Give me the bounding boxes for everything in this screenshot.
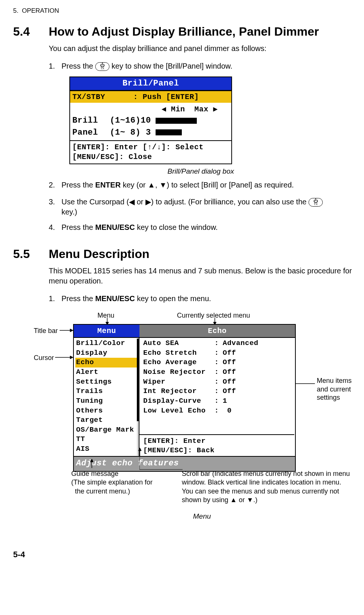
callout-line-icon — [139, 456, 183, 471]
power-tx-key-icon: ⏻TX — [95, 62, 109, 71]
menu-left-item: TT — [75, 435, 137, 444]
menu-item-label: Int Rejector — [143, 387, 214, 396]
section-5-4-title: How to Adjust Display Brilliance, Panel … — [49, 25, 319, 38]
running-head: 5. OPERATION — [13, 7, 353, 15]
step-marker: 3. — [49, 197, 55, 207]
menu-title-right: Echo — [139, 325, 295, 337]
brill-bar-icon — [156, 118, 197, 124]
menu-figure: Menu Currently selected menu Title bar C… — [32, 309, 354, 538]
section-5-4-number: 5.4 — [13, 24, 49, 40]
menu-item-value: 1 — [223, 396, 294, 406]
menu-right-row: Low Level Echo: 0 — [143, 406, 294, 416]
menu-item-value: Off — [223, 368, 294, 377]
arrow-right-icon — [60, 328, 73, 332]
step-bold: MENU/ESC — [95, 294, 135, 303]
menu-hint: [ENTER]: Enter — [143, 436, 294, 446]
brill-panel-footer: [ENTER]: Enter [↑/↓]: Select [MENU/ESC]:… — [70, 140, 231, 164]
brill-range: (1~16)10 — [110, 115, 155, 126]
section-5-4-intro: You can adjust the display brilliance an… — [49, 44, 353, 54]
panel-row: Panel (1~ 8) 3 — [72, 127, 229, 138]
step-marker: 2. — [49, 180, 55, 190]
colon: : — [214, 339, 223, 348]
power-tx-key-icon: ⏻TX — [309, 198, 323, 207]
menu-right-row: Echo Stretch:Off — [143, 348, 294, 358]
step-5-4-4: 4. Press the MENU/ESC key to close the w… — [49, 222, 353, 232]
menu-left-item: Brill/Color — [75, 339, 137, 348]
step-text: Press the — [61, 294, 95, 303]
menu-item-label: Noise Rejector — [143, 368, 214, 377]
menu-left-item: Alert Settings — [75, 368, 137, 387]
step-marker: 1. — [49, 294, 55, 304]
arrow-right-icon — [55, 356, 73, 359]
menu-left-pane: Brill/ColorDisplayEchoAlert SettingsTrai… — [74, 338, 139, 456]
colon: : — [214, 377, 223, 387]
footer-line: [ENTER]: Enter [↑/↓]: Select — [72, 142, 229, 152]
section-5-4-heading: 5.4How to Adjust Display Brilliance, Pan… — [13, 24, 353, 40]
step-text: Use the Cursorpad (◀ or ▶) to adjust. (F… — [61, 198, 309, 206]
divider — [139, 434, 294, 435]
step-text: Press the — [61, 181, 95, 189]
menu-hint: [MENU/ESC]: Back — [143, 446, 294, 455]
menu-left-item: Trails — [75, 387, 137, 396]
step-5-4-3: 3. Use the Cursorpad (◀ or ▶) to adjust.… — [49, 197, 353, 217]
menu-left-item: OS/Barge Mark — [75, 425, 137, 435]
ann-guide-message-label: Guide message (The simple explanation fo… — [71, 470, 169, 496]
menu-item-label: Echo Stretch — [143, 348, 214, 358]
menu-item-value: Off — [223, 377, 294, 387]
arrow-up-icon — [90, 459, 94, 468]
menu-right-pane: Auto SEA:AdvancedEcho Stretch:OffEcho Av… — [139, 338, 295, 456]
ann-cursor-label: Cursor — [34, 353, 54, 362]
step-text: key to close the window. — [135, 223, 218, 231]
svg-marker-7 — [70, 356, 73, 359]
ann-title-bar-label: Title bar — [34, 326, 58, 335]
menu-left-item: Echo — [75, 358, 137, 368]
colon: : — [214, 368, 223, 377]
menu-figure-caption: Menu — [193, 512, 211, 521]
svg-marker-5 — [70, 329, 73, 332]
colon: : — [214, 348, 223, 358]
brill-panel-title: Brill/Panel — [70, 77, 231, 91]
page-number: 5-4 — [13, 549, 353, 560]
menu-right-row: Noise Rejector:Off — [143, 368, 294, 377]
brill-panel-figure: Brill/Panel TX/STBY : Push [ENTER] ◀ Min… — [69, 76, 353, 164]
arrow-up-icon — [138, 448, 142, 457]
brill-row: Brill (1~16)10 — [72, 115, 229, 126]
svg-marker-13 — [138, 448, 141, 451]
menu-item-value: Off — [223, 348, 294, 358]
step-5-4-2: 2. Press the ENTER key (or ▲, ▼) to sele… — [49, 180, 353, 190]
brill-panel-txstby-row: TX/STBY : Push [ENTER] — [70, 91, 231, 103]
step-marker: 4. — [49, 222, 55, 232]
menu-item-label: Wiper — [143, 377, 214, 387]
menu-right-row: Display-Curve:1 — [143, 396, 294, 406]
menu-right-row: Int Rejector:Off — [143, 387, 294, 396]
colon: : — [214, 358, 223, 368]
menu-left-item: Display — [75, 348, 137, 358]
panel-range: (1~ 8) 3 — [110, 127, 155, 138]
menu-item-label: Auto SEA — [143, 339, 214, 348]
step-text: key.) — [61, 208, 77, 216]
panel-bar-icon — [156, 129, 182, 135]
footer-line: [MENU/ESC]: Close — [72, 152, 229, 162]
menu-guide-message: Adjust echo features — [74, 456, 295, 471]
panel-label: Panel — [72, 127, 110, 138]
step-5-4-1: 1. Press the ⏻TX key to show the [Brill/… — [49, 61, 353, 71]
step-text: Press the — [61, 223, 95, 231]
section-5-5-heading: 5.5Menu Description — [13, 246, 353, 262]
menu-item-label: Low Level Echo — [143, 406, 214, 416]
step-text: key to open the menu. — [135, 294, 211, 303]
menu-left-item: Tuning — [75, 396, 137, 406]
menu-item-value: 0 — [223, 406, 294, 416]
brill-label: Brill — [72, 115, 110, 126]
menu-right-row: Wiper:Off — [143, 377, 294, 387]
ann-menu-items-label: Menu items and current settings — [317, 376, 354, 402]
menu-item-label: Display-Curve — [143, 396, 214, 406]
menu-item-label: Echo Average — [143, 358, 214, 368]
menu-right-row: Auto SEA:Advanced — [143, 339, 294, 348]
svg-marker-11 — [90, 459, 93, 462]
step-text: key to show the [Brill/Panel] window. — [112, 62, 232, 70]
menu-left-item: Others — [75, 406, 137, 416]
section-5-5-number: 5.5 — [13, 246, 49, 262]
step-bold: MENU/ESC — [95, 223, 135, 231]
brill-panel-caption: Brill/Panel dialog box — [49, 166, 353, 176]
menu-item-value: Off — [223, 358, 294, 368]
